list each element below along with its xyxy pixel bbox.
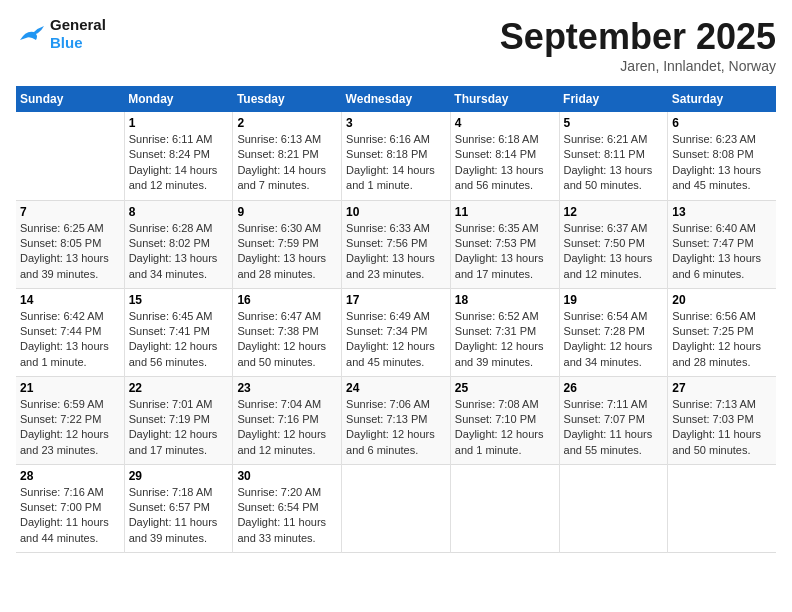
- day-number: 22: [129, 381, 229, 395]
- day-detail-line: Daylight: 11 hours: [20, 516, 109, 528]
- day-detail-line: Sunrise: 7:01 AM: [129, 398, 213, 410]
- day-details: Sunrise: 7:20 AMSunset: 6:54 PMDaylight:…: [237, 485, 337, 547]
- day-detail-line: and 12 minutes.: [237, 444, 315, 456]
- day-details: Sunrise: 7:16 AMSunset: 7:00 PMDaylight:…: [20, 485, 120, 547]
- day-detail-line: Daylight: 14 hours: [346, 164, 435, 176]
- day-detail-line: and 45 minutes.: [346, 356, 424, 368]
- day-detail-line: and 7 minutes.: [237, 179, 309, 191]
- day-detail-line: Daylight: 12 hours: [237, 340, 326, 352]
- day-detail-line: Daylight: 12 hours: [672, 340, 761, 352]
- calendar-cell: 11Sunrise: 6:35 AMSunset: 7:53 PMDayligh…: [450, 200, 559, 288]
- day-number: 29: [129, 469, 229, 483]
- day-detail-line: Sunrise: 6:40 AM: [672, 222, 756, 234]
- day-details: Sunrise: 6:52 AMSunset: 7:31 PMDaylight:…: [455, 309, 555, 371]
- day-detail-line: Sunset: 7:13 PM: [346, 413, 427, 425]
- day-detail-line: Daylight: 12 hours: [564, 340, 653, 352]
- day-detail-line: and 6 minutes.: [346, 444, 418, 456]
- day-detail-line: Daylight: 14 hours: [237, 164, 326, 176]
- day-detail-line: Sunrise: 6:21 AM: [564, 133, 648, 145]
- day-number: 6: [672, 116, 772, 130]
- day-details: Sunrise: 7:01 AMSunset: 7:19 PMDaylight:…: [129, 397, 229, 459]
- day-detail-line: Daylight: 14 hours: [129, 164, 218, 176]
- day-details: Sunrise: 7:04 AMSunset: 7:16 PMDaylight:…: [237, 397, 337, 459]
- day-detail-line: Sunrise: 7:13 AM: [672, 398, 756, 410]
- day-details: Sunrise: 6:28 AMSunset: 8:02 PMDaylight:…: [129, 221, 229, 283]
- day-detail-line: Sunrise: 7:04 AM: [237, 398, 321, 410]
- day-detail-line: Sunset: 7:47 PM: [672, 237, 753, 249]
- day-detail-line: Sunset: 7:50 PM: [564, 237, 645, 249]
- logo: General Blue: [16, 16, 106, 52]
- day-detail-line: and 12 minutes.: [129, 179, 207, 191]
- day-detail-line: Sunrise: 6:56 AM: [672, 310, 756, 322]
- day-detail-line: Daylight: 12 hours: [237, 428, 326, 440]
- day-details: Sunrise: 6:23 AMSunset: 8:08 PMDaylight:…: [672, 132, 772, 194]
- calendar-cell: 12Sunrise: 6:37 AMSunset: 7:50 PMDayligh…: [559, 200, 668, 288]
- day-detail-line: Sunrise: 6:42 AM: [20, 310, 104, 322]
- calendar-cell: [16, 112, 124, 200]
- day-detail-line: and 17 minutes.: [129, 444, 207, 456]
- header-row: SundayMondayTuesdayWednesdayThursdayFrid…: [16, 86, 776, 112]
- day-detail-line: and 50 minutes.: [237, 356, 315, 368]
- day-detail-line: and 1 minute.: [455, 444, 522, 456]
- logo-text: General Blue: [50, 16, 106, 52]
- day-detail-line: Sunset: 8:08 PM: [672, 148, 753, 160]
- calendar-cell: 27Sunrise: 7:13 AMSunset: 7:03 PMDayligh…: [668, 376, 776, 464]
- day-detail-line: Sunrise: 6:33 AM: [346, 222, 430, 234]
- day-detail-line: Daylight: 13 hours: [672, 164, 761, 176]
- day-detail-line: Sunset: 8:21 PM: [237, 148, 318, 160]
- calendar-table: SundayMondayTuesdayWednesdayThursdayFrid…: [16, 86, 776, 553]
- day-detail-line: and 44 minutes.: [20, 532, 98, 544]
- day-detail-line: Sunrise: 7:16 AM: [20, 486, 104, 498]
- day-detail-line: Daylight: 13 hours: [455, 252, 544, 264]
- day-detail-line: Daylight: 13 hours: [455, 164, 544, 176]
- day-detail-line: Sunrise: 7:18 AM: [129, 486, 213, 498]
- weekday-header-thursday: Thursday: [450, 86, 559, 112]
- calendar-cell: 29Sunrise: 7:18 AMSunset: 6:57 PMDayligh…: [124, 464, 233, 552]
- day-detail-line: Sunset: 7:28 PM: [564, 325, 645, 337]
- day-number: 1: [129, 116, 229, 130]
- day-details: Sunrise: 6:13 AMSunset: 8:21 PMDaylight:…: [237, 132, 337, 194]
- calendar-cell: [559, 464, 668, 552]
- calendar-cell: 3Sunrise: 6:16 AMSunset: 8:18 PMDaylight…: [342, 112, 451, 200]
- day-detail-line: and 39 minutes.: [455, 356, 533, 368]
- calendar-cell: 20Sunrise: 6:56 AMSunset: 7:25 PMDayligh…: [668, 288, 776, 376]
- day-detail-line: Daylight: 12 hours: [20, 428, 109, 440]
- day-number: 24: [346, 381, 446, 395]
- day-detail-line: Sunrise: 6:25 AM: [20, 222, 104, 234]
- calendar-cell: 24Sunrise: 7:06 AMSunset: 7:13 PMDayligh…: [342, 376, 451, 464]
- day-detail-line: Daylight: 11 hours: [672, 428, 761, 440]
- day-detail-line: Daylight: 11 hours: [129, 516, 218, 528]
- day-details: Sunrise: 6:45 AMSunset: 7:41 PMDaylight:…: [129, 309, 229, 371]
- weekday-header-saturday: Saturday: [668, 86, 776, 112]
- day-number: 20: [672, 293, 772, 307]
- day-detail-line: Daylight: 12 hours: [455, 428, 544, 440]
- day-detail-line: and 17 minutes.: [455, 268, 533, 280]
- calendar-cell: 17Sunrise: 6:49 AMSunset: 7:34 PMDayligh…: [342, 288, 451, 376]
- day-detail-line: Sunset: 8:18 PM: [346, 148, 427, 160]
- calendar-cell: 1Sunrise: 6:11 AMSunset: 8:24 PMDaylight…: [124, 112, 233, 200]
- calendar-cell: 14Sunrise: 6:42 AMSunset: 7:44 PMDayligh…: [16, 288, 124, 376]
- calendar-cell: [668, 464, 776, 552]
- day-detail-line: Daylight: 12 hours: [129, 340, 218, 352]
- day-detail-line: Sunset: 7:19 PM: [129, 413, 210, 425]
- day-details: Sunrise: 6:30 AMSunset: 7:59 PMDaylight:…: [237, 221, 337, 283]
- calendar-cell: 8Sunrise: 6:28 AMSunset: 8:02 PMDaylight…: [124, 200, 233, 288]
- day-number: 5: [564, 116, 664, 130]
- day-number: 18: [455, 293, 555, 307]
- day-detail-line: Sunrise: 6:11 AM: [129, 133, 213, 145]
- day-detail-line: and 50 minutes.: [564, 179, 642, 191]
- weekday-header-wednesday: Wednesday: [342, 86, 451, 112]
- calendar-cell: 30Sunrise: 7:20 AMSunset: 6:54 PMDayligh…: [233, 464, 342, 552]
- day-number: 2: [237, 116, 337, 130]
- day-number: 17: [346, 293, 446, 307]
- day-detail-line: Sunset: 7:44 PM: [20, 325, 101, 337]
- calendar-cell: [450, 464, 559, 552]
- calendar-cell: 10Sunrise: 6:33 AMSunset: 7:56 PMDayligh…: [342, 200, 451, 288]
- title-block: September 2025 Jaren, Innlandet, Norway: [500, 16, 776, 74]
- day-details: Sunrise: 6:54 AMSunset: 7:28 PMDaylight:…: [564, 309, 664, 371]
- day-detail-line: Sunset: 7:22 PM: [20, 413, 101, 425]
- calendar-cell: 25Sunrise: 7:08 AMSunset: 7:10 PMDayligh…: [450, 376, 559, 464]
- day-number: 3: [346, 116, 446, 130]
- day-detail-line: Sunset: 8:05 PM: [20, 237, 101, 249]
- day-detail-line: and 39 minutes.: [129, 532, 207, 544]
